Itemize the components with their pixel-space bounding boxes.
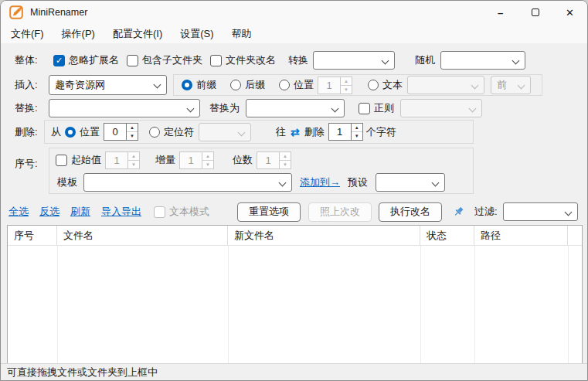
menu-help[interactable]: 帮助 [227,26,257,43]
minimize-button[interactable]: – [483,1,518,24]
serial-increment-spinner[interactable]: 1 ▲▼ [179,151,214,169]
delete-group: 从 位置 0 ▲▼ 定位符 往 ⇄ 删除 1 ▲▼ 个字符 [44,120,474,144]
ignore-extension-checkbox[interactable]: ✓ [53,55,65,66]
execute-rename-button[interactable]: 执行改名 [379,202,442,222]
chevron-down-icon [432,179,440,187]
serial-increment-label: 增量 [155,153,175,167]
spinner-arrows-icon[interactable]: ▲▼ [341,77,352,94]
delete-chars-label: 个字符 [366,125,396,139]
delete-toward-label: 往 [276,125,286,139]
grid-line [228,246,229,363]
refresh-link[interactable]: 刷新 [70,205,90,219]
column-header-filename[interactable]: 文件名 [57,226,228,245]
replace-with-combobox[interactable] [246,99,345,117]
chevron-down-icon [518,82,525,90]
grid-line [57,246,58,363]
direction-arrows-icon[interactable]: ⇄ [291,126,300,138]
delete-position-label: 位置 [80,125,100,139]
include-subfolders-checkbox[interactable] [127,55,138,66]
spinner-arrows-icon[interactable]: ▲▼ [280,151,291,169]
insert-row: 插入: 趣奇资源网 前缀 后缀 位置 1 ▲▼ 文本 前 [1,74,542,96]
menu-profile[interactable]: 配置文件(I) [108,26,167,43]
delete-row: 删除: 从 位置 0 ▲▼ 定位符 往 ⇄ 删除 1 ▲▼ 个字符 [1,120,474,144]
reset-options-button[interactable]: 重置选项 [237,202,301,222]
insert-side-select[interactable]: 前 [491,76,531,94]
menu-file[interactable]: 文件(F) [6,26,49,43]
text-radio-label: 文本 [382,78,403,92]
maximize-button[interactable] [518,1,552,24]
chevron-down-icon [469,105,477,113]
serial-digits-spinner[interactable]: 1 ▲▼ [257,151,291,169]
column-header-newfilename[interactable]: 新文件名 [228,226,420,245]
regex-checkbox[interactable] [359,103,370,114]
insert-text-combobox[interactable]: 趣奇资源网 [49,75,167,95]
menu-settings[interactable]: 设置(S) [175,26,218,43]
serial-start-checkbox[interactable] [56,155,67,166]
delete-label: 删除: [15,125,46,139]
maximize-icon [532,9,539,16]
replace-find-combobox[interactable] [49,99,200,117]
spinner-arrows-icon[interactable]: ▲▼ [128,151,140,169]
filter-label: 过滤: [474,205,498,219]
preset-label: 预设 [348,175,368,189]
prefix-radio[interactable] [182,80,192,90]
main-content: 整体: ✓ 忽略扩展名 包含子文件夹 文件夹改名 转换 随机 插入: 趣奇资源网… [1,43,587,380]
position-label: 位置 [294,78,314,92]
chevron-down-icon [331,105,339,113]
close-button[interactable]: ✕ [552,1,587,24]
serial-label: 序号: [15,157,46,171]
regex-label: 正则 [374,101,394,115]
template-combobox[interactable] [83,173,292,192]
serial-start-spinner[interactable]: 1 ▲▼ [105,151,140,169]
suffix-radio[interactable] [230,80,241,90]
rename-folders-checkbox[interactable] [210,55,222,66]
pin-icon[interactable] [452,204,465,219]
menu-operation[interactable]: 操作(P) [57,26,100,43]
column-header-index[interactable]: 序号 [8,226,57,245]
chevron-down-icon [238,128,246,136]
invert-selection-link[interactable]: 反选 [39,205,59,219]
column-header-status[interactable]: 状态 [420,226,474,245]
select-all-link[interactable]: 全选 [8,205,29,219]
regex-preset-combobox[interactable] [400,99,482,117]
window-controls: – ✕ [483,1,587,24]
filter-combobox[interactable] [503,202,578,221]
chevron-down-icon [565,209,573,216]
text-mode-checkbox[interactable] [154,206,165,218]
overall-label: 整体: [15,53,46,67]
add-to-link[interactable]: 添加到→ [300,175,340,189]
spinner-arrows-icon[interactable]: ▲▼ [352,123,363,141]
position-radio[interactable] [279,80,290,90]
delete-count-spinner[interactable]: 1 ▲▼ [328,123,363,141]
convert-select[interactable] [313,51,395,70]
spinner-arrows-icon[interactable]: ▲▼ [127,123,138,141]
convert-label: 转换 [288,53,308,67]
redo-last-button[interactable]: 照上次改 [308,202,372,222]
preset-combobox[interactable] [376,173,445,192]
insert-label: 插入: [15,78,46,92]
serial-start-label: 起始值 [71,153,101,167]
delete-locator-combobox[interactable] [199,123,251,141]
app-window: MiniRenamer – ✕ 文件(F) 操作(P) 配置文件(I) 设置(S… [0,0,588,381]
spinner-arrows-icon[interactable]: ▲▼ [202,151,214,169]
ignore-extension-label: 忽略扩展名 [69,53,119,67]
prefix-label: 前缀 [196,78,216,92]
file-table[interactable]: 序号 文件名 新文件名 状态 路径 [7,225,583,364]
random-select[interactable] [440,51,525,70]
window-title: MiniRenamer [30,7,87,18]
table-body[interactable] [8,246,582,363]
grid-line [474,246,475,363]
delete-locator-radio[interactable] [149,127,160,138]
template-label: 模板 [57,175,77,189]
import-export-link[interactable]: 导入导出 [101,205,141,219]
delete-position-spinner[interactable]: 0 ▲▼ [104,123,138,141]
serial-template-row: 模板 添加到→ 预设 [49,172,473,193]
column-header-path[interactable]: 路径 [474,226,568,245]
delete-position-radio[interactable] [65,127,76,138]
serial-values-row: 起始值 1 ▲▼ 增量 1 ▲▼ 位数 1 ▲▼ [49,148,473,172]
text-radio[interactable] [368,80,379,90]
chevron-down-icon [471,82,479,90]
insert-text-target-combobox[interactable] [407,76,484,94]
insert-position-spinner[interactable]: 1 ▲▼ [318,77,352,94]
include-subfolders-label: 包含子文件夹 [142,53,202,67]
